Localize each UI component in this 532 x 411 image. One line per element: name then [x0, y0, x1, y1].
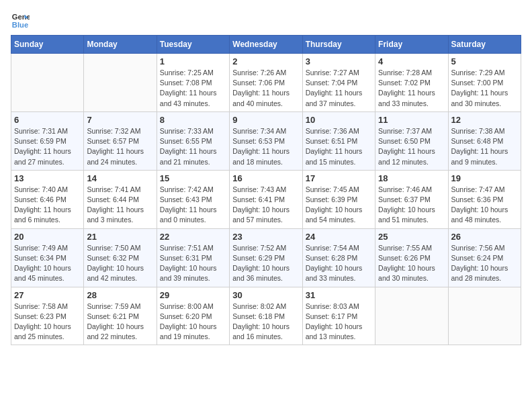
day-info: Sunrise: 7:36 AMSunset: 6:51 PMDaylight:…: [306, 126, 372, 167]
calendar-cell: 26Sunrise: 7:56 AMSunset: 6:24 PMDayligh…: [448, 228, 521, 287]
day-info: Sunrise: 7:54 AMSunset: 6:28 PMDaylight:…: [306, 243, 372, 284]
calendar-cell: [375, 287, 448, 345]
day-number: 23: [232, 232, 299, 242]
day-number: 9: [232, 115, 299, 125]
calendar-cell: 5Sunrise: 7:29 AMSunset: 7:00 PMDaylight…: [448, 54, 521, 112]
calendar-cell: 10Sunrise: 7:36 AMSunset: 6:51 PMDayligh…: [302, 111, 375, 170]
day-number: 30: [232, 290, 299, 300]
day-info: Sunrise: 7:34 AMSunset: 6:53 PMDaylight:…: [232, 126, 299, 167]
calendar-body: 1Sunrise: 7:25 AMSunset: 7:08 PMDaylight…: [11, 54, 521, 345]
calendar-cell: 22Sunrise: 7:51 AMSunset: 6:31 PMDayligh…: [157, 228, 229, 287]
calendar-table: SundayMondayTuesdayWednesdayThursdayFrid…: [11, 35, 521, 345]
calendar-cell: 16Sunrise: 7:43 AMSunset: 6:41 PMDayligh…: [230, 170, 302, 228]
day-info: Sunrise: 7:50 AMSunset: 6:32 PMDaylight:…: [87, 243, 153, 284]
day-number: 12: [451, 115, 518, 125]
day-number: 15: [160, 173, 226, 183]
page-header: General Blue: [11, 11, 521, 30]
day-number: 26: [451, 232, 518, 242]
day-info: Sunrise: 7:51 AMSunset: 6:31 PMDaylight:…: [160, 243, 226, 284]
day-number: 4: [378, 56, 445, 66]
logo-icon: General Blue: [11, 11, 30, 30]
logo: General Blue: [11, 11, 30, 30]
calendar-week-5: 27Sunrise: 7:58 AMSunset: 6:23 PMDayligh…: [11, 287, 521, 345]
day-info: Sunrise: 7:59 AMSunset: 6:21 PMDaylight:…: [87, 302, 153, 342]
calendar-cell: 3Sunrise: 7:27 AMSunset: 7:04 PMDaylight…: [302, 54, 375, 112]
calendar-cell: 13Sunrise: 7:40 AMSunset: 6:46 PMDayligh…: [11, 170, 84, 228]
day-number: 8: [160, 115, 226, 125]
day-info: Sunrise: 7:41 AMSunset: 6:44 PMDaylight:…: [87, 185, 153, 226]
day-info: Sunrise: 7:37 AMSunset: 6:50 PMDaylight:…: [378, 126, 445, 167]
day-info: Sunrise: 7:25 AMSunset: 7:08 PMDaylight:…: [160, 68, 226, 109]
day-info: Sunrise: 7:38 AMSunset: 6:48 PMDaylight:…: [451, 126, 518, 167]
day-number: 1: [160, 56, 226, 66]
calendar-week-3: 13Sunrise: 7:40 AMSunset: 6:46 PMDayligh…: [11, 170, 521, 228]
calendar-cell: 6Sunrise: 7:31 AMSunset: 6:59 PMDaylight…: [11, 111, 84, 170]
day-info: Sunrise: 7:55 AMSunset: 6:26 PMDaylight:…: [378, 243, 445, 284]
day-info: Sunrise: 8:00 AMSunset: 6:20 PMDaylight:…: [160, 302, 226, 342]
day-info: Sunrise: 7:45 AMSunset: 6:39 PMDaylight:…: [306, 185, 372, 226]
day-info: Sunrise: 7:52 AMSunset: 6:29 PMDaylight:…: [232, 243, 299, 284]
calendar-header-row: SundayMondayTuesdayWednesdayThursdayFrid…: [11, 36, 521, 54]
day-number: 7: [87, 115, 153, 125]
calendar-week-4: 20Sunrise: 7:49 AMSunset: 6:34 PMDayligh…: [11, 228, 521, 287]
day-number: 10: [306, 115, 372, 125]
day-number: 3: [306, 56, 372, 66]
day-number: 21: [87, 232, 153, 242]
day-info: Sunrise: 7:43 AMSunset: 6:41 PMDaylight:…: [232, 185, 299, 226]
calendar-cell: 25Sunrise: 7:55 AMSunset: 6:26 PMDayligh…: [375, 228, 448, 287]
calendar-cell: [84, 54, 157, 112]
day-info: Sunrise: 7:47 AMSunset: 6:36 PMDaylight:…: [451, 185, 518, 226]
day-info: Sunrise: 7:32 AMSunset: 6:57 PMDaylight:…: [87, 126, 153, 167]
calendar-cell: [448, 287, 521, 345]
calendar-cell: 27Sunrise: 7:58 AMSunset: 6:23 PMDayligh…: [11, 287, 84, 345]
day-number: 22: [160, 232, 226, 242]
day-number: 13: [14, 173, 81, 183]
svg-text:Blue: Blue: [12, 21, 28, 29]
calendar-cell: 18Sunrise: 7:46 AMSunset: 6:37 PMDayligh…: [375, 170, 448, 228]
day-number: 18: [378, 173, 445, 183]
calendar-cell: 19Sunrise: 7:47 AMSunset: 6:36 PMDayligh…: [448, 170, 521, 228]
calendar-cell: 23Sunrise: 7:52 AMSunset: 6:29 PMDayligh…: [230, 228, 302, 287]
day-info: Sunrise: 7:40 AMSunset: 6:46 PMDaylight:…: [14, 185, 81, 226]
day-info: Sunrise: 7:42 AMSunset: 6:43 PMDaylight:…: [160, 185, 226, 226]
calendar-cell: 31Sunrise: 8:03 AMSunset: 6:17 PMDayligh…: [302, 287, 375, 345]
weekday-header-wednesday: Wednesday: [230, 36, 302, 54]
day-number: 17: [306, 173, 372, 183]
day-info: Sunrise: 8:02 AMSunset: 6:18 PMDaylight:…: [232, 302, 299, 342]
day-info: Sunrise: 7:27 AMSunset: 7:04 PMDaylight:…: [306, 68, 372, 109]
day-info: Sunrise: 7:28 AMSunset: 7:02 PMDaylight:…: [378, 68, 445, 109]
day-number: 28: [87, 290, 153, 300]
day-info: Sunrise: 8:03 AMSunset: 6:17 PMDaylight:…: [306, 302, 372, 342]
day-number: 24: [306, 232, 372, 242]
day-number: 6: [14, 115, 81, 125]
day-number: 29: [160, 290, 226, 300]
day-number: 2: [232, 56, 299, 66]
calendar-cell: 24Sunrise: 7:54 AMSunset: 6:28 PMDayligh…: [302, 228, 375, 287]
weekday-header-thursday: Thursday: [302, 36, 375, 54]
day-number: 16: [232, 173, 299, 183]
calendar-cell: 7Sunrise: 7:32 AMSunset: 6:57 PMDaylight…: [84, 111, 157, 170]
day-number: 20: [14, 232, 81, 242]
day-info: Sunrise: 7:46 AMSunset: 6:37 PMDaylight:…: [378, 185, 445, 226]
calendar-cell: 14Sunrise: 7:41 AMSunset: 6:44 PMDayligh…: [84, 170, 157, 228]
day-number: 19: [451, 173, 518, 183]
day-number: 11: [378, 115, 445, 125]
svg-text:General: General: [12, 13, 30, 21]
day-number: 5: [451, 56, 518, 66]
calendar-cell: 12Sunrise: 7:38 AMSunset: 6:48 PMDayligh…: [448, 111, 521, 170]
calendar-cell: [11, 54, 84, 112]
calendar-week-2: 6Sunrise: 7:31 AMSunset: 6:59 PMDaylight…: [11, 111, 521, 170]
weekday-header-saturday: Saturday: [448, 36, 521, 54]
day-number: 14: [87, 173, 153, 183]
weekday-header-sunday: Sunday: [11, 36, 84, 54]
day-info: Sunrise: 7:33 AMSunset: 6:55 PMDaylight:…: [160, 126, 226, 167]
calendar-cell: 1Sunrise: 7:25 AMSunset: 7:08 PMDaylight…: [157, 54, 229, 112]
day-number: 27: [14, 290, 81, 300]
weekday-header-friday: Friday: [375, 36, 448, 54]
calendar-cell: 20Sunrise: 7:49 AMSunset: 6:34 PMDayligh…: [11, 228, 84, 287]
day-info: Sunrise: 7:58 AMSunset: 6:23 PMDaylight:…: [14, 302, 81, 342]
calendar-cell: 29Sunrise: 8:00 AMSunset: 6:20 PMDayligh…: [157, 287, 229, 345]
day-number: 31: [306, 290, 372, 300]
day-info: Sunrise: 7:56 AMSunset: 6:24 PMDaylight:…: [451, 243, 518, 284]
calendar-cell: 2Sunrise: 7:26 AMSunset: 7:06 PMDaylight…: [230, 54, 302, 112]
